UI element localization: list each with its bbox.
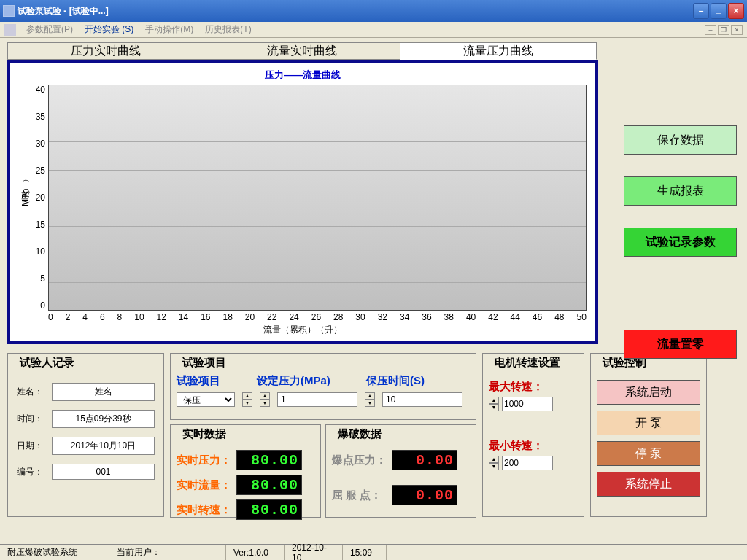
record-params-button[interactable]: 试验记录参数 bbox=[624, 228, 737, 257]
menu-icon bbox=[4, 24, 16, 36]
close-button[interactable]: × bbox=[728, 3, 744, 19]
project-group: 试验项目 试验项目 设定压力(MPa) 保压时间(S) 保压 ▲▼ ▲▼ ▲▼ bbox=[170, 353, 476, 420]
x-ticks: 0246810121416182022242628303234363840424… bbox=[19, 311, 587, 322]
close-pump-button[interactable]: 停 泵 bbox=[597, 441, 700, 466]
burst-legend: 爆破数据 bbox=[335, 427, 384, 441]
menu-history[interactable]: 历史报表(T) bbox=[199, 22, 257, 37]
status-time: 15:09 bbox=[343, 545, 387, 560]
status-date: 2012-10-10 bbox=[285, 545, 343, 560]
max-speed-input[interactable] bbox=[502, 397, 553, 411]
hold-spinner[interactable]: ▲▼ bbox=[365, 392, 375, 407]
motor-legend: 电机转速设置 bbox=[492, 356, 563, 370]
date-value: 2012年10月10日 bbox=[52, 437, 155, 455]
min-speed-spinner[interactable]: ▲▼ bbox=[489, 456, 499, 470]
min-speed-input[interactable] bbox=[502, 456, 553, 470]
status-user: 当前用户： bbox=[109, 545, 226, 560]
id-label: 编号： bbox=[17, 466, 52, 478]
burst-point-value: 0.00 bbox=[392, 450, 457, 470]
mdi-restore[interactable]: ❐ bbox=[718, 25, 729, 35]
window-title: 试验泵试验 - [试验中...] bbox=[18, 5, 693, 18]
save-data-button[interactable]: 保存数据 bbox=[624, 125, 737, 155]
yield-label: 屈 服 点： bbox=[332, 489, 387, 502]
pressure-spinner[interactable]: ▲▼ bbox=[260, 392, 270, 407]
rt-speed-label: 实时转速： bbox=[177, 503, 232, 517]
min-speed-label: 最小转速： bbox=[489, 439, 578, 453]
generate-report-button[interactable]: 生成报表 bbox=[624, 176, 737, 206]
x-axis-label: 流量（累积）（升） bbox=[19, 324, 587, 336]
title-bar: 试验泵试验 - [试验中...] – □ × bbox=[0, 0, 747, 22]
flow-zero-button[interactable]: 流量置零 bbox=[624, 330, 737, 359]
rt-flow-label: 实时流量： bbox=[177, 478, 232, 492]
project-select[interactable]: 保压 bbox=[177, 392, 235, 407]
max-speed-label: 最大转速： bbox=[489, 380, 578, 394]
menu-config[interactable]: 参数配置(P) bbox=[20, 22, 79, 37]
id-value: 001 bbox=[52, 464, 155, 480]
col-hold-label: 保压时间(S) bbox=[366, 374, 454, 388]
time-label: 时间： bbox=[17, 413, 52, 425]
col-pressure-label: 设定压力(MPa) bbox=[257, 374, 359, 388]
tester-legend: 试验人记录 bbox=[17, 356, 77, 370]
open-pump-button[interactable]: 开 泵 bbox=[597, 411, 700, 435]
rt-pressure-value: 80.00 bbox=[236, 450, 302, 470]
tab-pressure-curve[interactable]: 压力实时曲线 bbox=[7, 42, 204, 60]
mdi-close[interactable]: × bbox=[731, 25, 743, 35]
status-bar: 耐压爆破试验系统 当前用户： Ver:1.0.0 2012-10-10 15:0… bbox=[0, 544, 747, 560]
plot-area bbox=[48, 85, 587, 311]
name-label: 姓名： bbox=[17, 386, 52, 398]
menu-manual[interactable]: 手动操作(M) bbox=[139, 22, 199, 37]
status-app: 耐压爆破试验系统 bbox=[0, 545, 109, 560]
status-ver: Ver:1.0.0 bbox=[226, 545, 285, 560]
tester-group: 试验人记录 姓名：姓名 时间：15点09分39秒 日期：2012年10月10日 … bbox=[7, 353, 164, 517]
menu-start[interactable]: 开始实验 (S) bbox=[79, 22, 139, 37]
right-button-column: 保存数据 生成报表 试验记录参数 流量置零 bbox=[624, 125, 737, 359]
project-spinner[interactable]: ▲▼ bbox=[242, 392, 252, 407]
motor-group: 电机转速设置 最大转速： ▲▼ 最小转速： ▲▼ bbox=[482, 353, 584, 517]
hold-input[interactable] bbox=[382, 392, 462, 407]
max-speed-spinner[interactable]: ▲▼ bbox=[489, 397, 499, 411]
tab-flow-pressure-curve[interactable]: 流量压力曲线 bbox=[400, 42, 597, 60]
pressure-input[interactable] bbox=[277, 392, 357, 407]
name-value: 姓名 bbox=[52, 383, 155, 401]
app-icon bbox=[3, 5, 15, 17]
menu-bar: 参数配置(P) 开始实验 (S) 手动操作(M) 历史报表(T) – ❐ × bbox=[0, 22, 747, 38]
maximize-button[interactable]: □ bbox=[711, 3, 727, 19]
date-label: 日期： bbox=[17, 440, 52, 452]
rt-speed-value: 80.00 bbox=[236, 499, 302, 520]
control-group: 试验控制 系统启动 开 泵 停 泵 系统停止 bbox=[590, 353, 707, 517]
system-stop-button[interactable]: 系统停止 bbox=[597, 472, 700, 497]
time-value: 15点09分39秒 bbox=[52, 410, 155, 428]
system-start-button[interactable]: 系统启动 bbox=[597, 380, 700, 405]
tab-flow-curve[interactable]: 流量实时曲线 bbox=[204, 42, 400, 60]
chart-panel: 压力——流量曲线 压力（MPa） 4035302520151050 024681… bbox=[7, 60, 598, 344]
yield-value: 0.00 bbox=[392, 485, 457, 505]
realtime-group: 实时数据 实时压力：80.00 实时流量：80.00 实时转速：80.00 bbox=[170, 424, 321, 518]
col-project-label: 试验项目 bbox=[177, 374, 249, 388]
mdi-minimize[interactable]: – bbox=[705, 25, 716, 35]
burst-point-label: 爆点压力： bbox=[332, 454, 387, 467]
burst-group: 爆破数据 爆点压力：0.00 屈 服 点：0.00 bbox=[325, 424, 476, 518]
minimize-button[interactable]: – bbox=[693, 3, 709, 19]
y-ticks: 4035302520151050 bbox=[32, 85, 48, 311]
rt-flow-value: 80.00 bbox=[236, 475, 302, 495]
realtime-legend: 实时数据 bbox=[179, 427, 229, 441]
y-axis-label: 压力（MPa） bbox=[19, 85, 32, 311]
rt-pressure-label: 实时压力： bbox=[177, 454, 232, 467]
chart-title: 压力——流量曲线 bbox=[19, 69, 587, 82]
tab-row: 压力实时曲线 流量实时曲线 流量压力曲线 bbox=[7, 42, 740, 60]
project-legend: 试验项目 bbox=[179, 356, 229, 370]
